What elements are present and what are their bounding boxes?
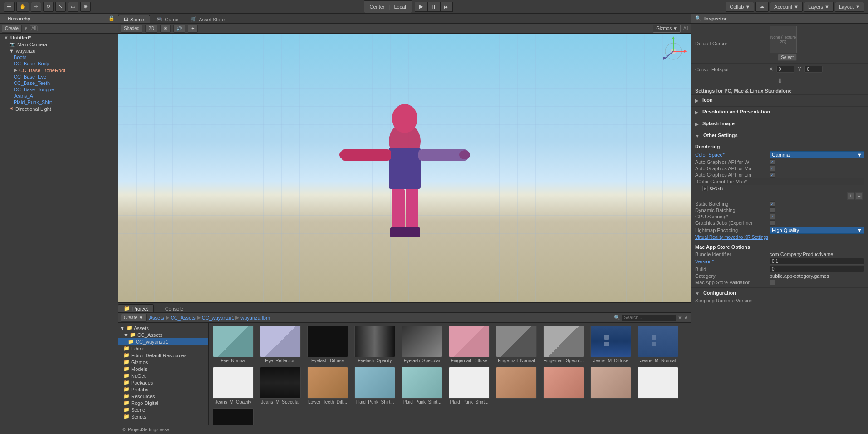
project-create-button[interactable]: Create ▼ xyxy=(121,314,147,322)
mac-validation-checkbox[interactable] xyxy=(770,280,775,285)
2d-btn[interactable]: 2D xyxy=(145,25,157,33)
hierarchy-cc-base-teeth[interactable]: CC_Base_Teeth xyxy=(0,80,118,86)
static-batching-checkbox[interactable] xyxy=(770,201,775,207)
audio-btn[interactable]: 🔊 xyxy=(173,25,185,33)
auto-gfx-wi-checkbox[interactable] xyxy=(770,159,775,165)
vr-link[interactable]: Virtual Reality moved to XR Settings xyxy=(695,235,768,240)
move-tool[interactable]: ✛ xyxy=(31,2,41,12)
collab-button[interactable]: Collab ▼ xyxy=(726,2,754,12)
thumb-eye-normal[interactable]: Eye_Normal xyxy=(211,325,256,364)
rotate-tool[interactable]: ↻ xyxy=(43,2,54,12)
thumb-eye-reflection[interactable]: Eye_Reflection xyxy=(258,325,303,364)
transform-tool[interactable]: ⊕ xyxy=(80,2,91,12)
thumb-fingernail-diffuse[interactable]: Fingernail_Diffuse xyxy=(446,325,492,364)
thumb-plaid1[interactable]: Plaid_Punk_Shirt... xyxy=(352,366,397,405)
hierarchy-jeans-a[interactable]: Jeans_A xyxy=(0,93,118,99)
lights-btn[interactable]: ☀ xyxy=(160,25,171,33)
hierarchy-directional-light[interactable]: ☀ Directional Light xyxy=(0,105,118,112)
resolution-section[interactable]: ▶ Resolution and Presentation xyxy=(691,107,868,118)
thumb-eyelash-specular[interactable]: Eyelash_Specular xyxy=(399,325,445,364)
pause-button[interactable]: ⏸ xyxy=(427,2,440,12)
color-space-dropdown[interactable]: Gamma ▼ xyxy=(770,151,864,158)
lightmap-dropdown[interactable]: High Quality ▼ xyxy=(770,227,864,234)
hierarchy-cc-base-eye[interactable]: CC_Base_Eye xyxy=(0,74,118,80)
hotspot-y-field[interactable] xyxy=(804,66,823,73)
hierarchy-boots[interactable]: Boots xyxy=(0,54,118,60)
thumb-white[interactable] xyxy=(635,366,681,405)
account-button[interactable]: Account ▼ xyxy=(770,2,803,12)
hierarchy-cc-base-body[interactable]: CC_Base_Body xyxy=(0,60,118,67)
breadcrumb-cc-wuyanzu1[interactable]: CC_wuyanzu1 xyxy=(202,315,235,321)
gpu-skinning-checkbox[interactable] xyxy=(770,214,775,219)
thumb-jeans-diffuse[interactable]: Jeans_M_Diffuse xyxy=(588,325,633,364)
asset-item-cc-wuyanzu1[interactable]: 📁 CC_wuyanzu1 xyxy=(118,338,208,345)
auto-gfx-ma-checkbox[interactable] xyxy=(770,166,775,171)
tab-console[interactable]: ≡ Console xyxy=(154,305,189,312)
asset-item-scripts[interactable]: 📁 Scripts xyxy=(118,413,208,420)
asset-item-assets[interactable]: ▼ 📁 Assets xyxy=(118,325,208,331)
add-gamut-btn[interactable]: + xyxy=(847,192,854,200)
effects-btn[interactable]: ✦ xyxy=(188,25,198,33)
asset-item-rogo[interactable]: 📁 Rogo Digital xyxy=(118,399,208,406)
layers-button[interactable]: Layers ▼ xyxy=(804,2,834,12)
scene-view[interactable] xyxy=(118,34,691,302)
thumb-lower-teeth[interactable]: Lower_Teeth_Diff... xyxy=(305,366,350,405)
thumb-eyelash-diffuse[interactable]: Eyelash_Diffuse xyxy=(305,325,350,364)
version-field[interactable] xyxy=(770,258,864,265)
thumb-skin3[interactable] xyxy=(588,366,633,405)
tab-assetstore[interactable]: 🛒 Asset Store xyxy=(184,15,230,23)
asset-item-packages[interactable]: 📁 Packages xyxy=(118,379,208,386)
hierarchy-main-camera[interactable]: 📷 Main Camera xyxy=(0,41,118,48)
asset-item-editor[interactable]: 📁 Editor xyxy=(118,345,208,352)
scene-item[interactable]: ▼ Untitled* xyxy=(0,35,118,41)
hierarchy-cc-base-tongue[interactable]: CC_Base_Tongue xyxy=(0,86,118,93)
thumb-fingernail-specular[interactable]: Fingernail_Specul... xyxy=(541,325,586,364)
asset-item-models[interactable]: 📁 Models xyxy=(118,365,208,372)
cloud-button[interactable]: ☁ xyxy=(755,2,769,12)
local-btn[interactable]: Local xyxy=(391,2,408,12)
filter-button[interactable]: ▼ xyxy=(677,315,682,321)
rect-tool[interactable]: ▭ xyxy=(68,2,78,12)
tab-scene[interactable]: ⊡ Scene xyxy=(118,15,150,23)
configuration-section[interactable]: ▼ Configuration Scripting Runtime Versio… xyxy=(691,288,868,306)
unity-menu-button[interactable]: ☰ xyxy=(4,2,15,12)
hierarchy-cc-base-boneroot[interactable]: ▶ CC_Base_BoneRoot xyxy=(0,67,118,74)
srgb-expand[interactable]: ▶ xyxy=(702,186,708,191)
thumb-jeans-opacity[interactable]: Jeans_M_Opacity xyxy=(211,366,256,405)
thumb-jeans-normal[interactable]: Jeans_M_Normal xyxy=(635,325,681,364)
scale-tool[interactable]: ⤡ xyxy=(55,2,66,12)
play-button[interactable]: ▶ xyxy=(415,2,427,12)
thumb-plaid3[interactable]: Plaid_Punk_Shirt... xyxy=(446,366,492,405)
gizmos-button[interactable]: Gizmos ▼ xyxy=(653,25,681,33)
asset-item-scene[interactable]: 📁 Scene xyxy=(118,406,208,413)
build-field[interactable] xyxy=(770,266,864,272)
hierarchy-plaid-shirt[interactable]: Plaid_Punk_Shirt xyxy=(0,99,118,105)
step-button[interactable]: ⏭ xyxy=(440,2,453,12)
asset-item-editor-default[interactable]: 📁 Editor Default Resources xyxy=(118,352,208,359)
center-btn[interactable]: Center xyxy=(367,2,387,12)
star-button[interactable]: ★ xyxy=(684,315,688,321)
asset-item-gizmos[interactable]: 📁 Gizmos xyxy=(118,359,208,365)
breadcrumb-assets[interactable]: Assets xyxy=(149,315,164,321)
breadcrumb-cc-assets[interactable]: CC_Assets xyxy=(171,315,196,321)
thumb-jeans-specular[interactable]: Jeans_M_Specular xyxy=(258,366,303,405)
splash-section[interactable]: ▶ Splash Image xyxy=(691,118,868,130)
asset-item-resources[interactable]: 📁 Resources xyxy=(118,393,208,399)
hand-tool[interactable]: ✋ xyxy=(16,2,29,12)
default-cursor-select-btn[interactable]: Select xyxy=(778,54,797,61)
breadcrumb-wuyanzu-fbm[interactable]: wuyanzu.fbm xyxy=(240,315,270,321)
graphics-jobs-checkbox[interactable] xyxy=(770,220,775,226)
asset-item-cc-assets[interactable]: ▼ 📁 CC_Assets xyxy=(118,331,208,338)
shaded-dropdown[interactable]: Shaded xyxy=(121,25,142,33)
remove-gamut-btn[interactable]: − xyxy=(855,192,863,200)
thumb-skin2[interactable] xyxy=(541,366,586,405)
thumb-fingernail-normal[interactable]: Fingernail_Normal xyxy=(494,325,539,364)
asset-item-prefabs[interactable]: 📁 Prefabs xyxy=(118,386,208,393)
auto-gfx-li-checkbox[interactable] xyxy=(770,172,775,178)
hotspot-x-field[interactable] xyxy=(776,66,794,73)
icon-section[interactable]: ▶ Icon xyxy=(691,95,868,107)
hierarchy-wuyanzu[interactable]: ▼ wuyanzu xyxy=(0,48,118,54)
asset-item-nuget[interactable]: 📁 NuGet xyxy=(118,372,208,379)
search-input[interactable] xyxy=(622,314,676,321)
layout-button[interactable]: Layout ▼ xyxy=(835,2,864,12)
